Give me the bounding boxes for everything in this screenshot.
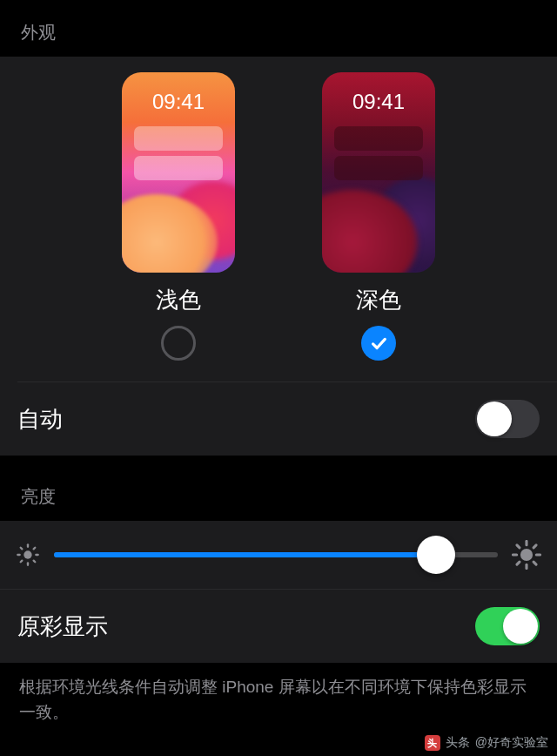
- preview-widget: [134, 156, 223, 180]
- svg-line-16: [517, 562, 520, 564]
- slider-thumb[interactable]: [417, 536, 455, 574]
- watermark: 头 头条 @好奇实验室: [425, 735, 548, 751]
- svg-line-15: [534, 562, 536, 564]
- true-tone-label: 原彩显示: [17, 611, 108, 642]
- toggle-knob: [477, 402, 512, 436]
- appearance-panel: 09:41 浅色 09:41 深色 自动: [0, 57, 557, 456]
- appearance-option-dark[interactable]: 09:41 深色: [322, 72, 435, 361]
- preview-time: 09:41: [322, 90, 435, 114]
- watermark-handle: @好奇实验室: [475, 735, 548, 751]
- svg-line-6: [34, 561, 36, 563]
- checkmark-icon: [369, 334, 388, 353]
- watermark-prefix: 头条: [446, 735, 470, 751]
- svg-line-8: [34, 548, 36, 550]
- brightness-low-icon: [16, 543, 40, 567]
- dark-mode-radio[interactable]: [361, 326, 396, 361]
- svg-point-9: [520, 549, 533, 561]
- preview-widget: [134, 126, 223, 151]
- auto-appearance-toggle[interactable]: [475, 400, 540, 438]
- toggle-knob: [503, 609, 538, 644]
- svg-point-0: [23, 550, 31, 558]
- brightness-high-icon: [512, 540, 541, 570]
- light-mode-radio[interactable]: [161, 326, 196, 361]
- preview-time: 09:41: [122, 90, 235, 114]
- dark-mode-label: 深色: [356, 285, 401, 315]
- auto-appearance-row: 自动: [0, 382, 557, 456]
- brightness-section-header: 亮度: [0, 456, 557, 521]
- auto-appearance-label: 自动: [17, 404, 63, 435]
- brightness-panel: 原彩显示: [0, 521, 557, 663]
- appearance-option-light[interactable]: 09:41 浅色: [122, 72, 235, 361]
- preview-widget: [334, 126, 423, 151]
- svg-line-7: [21, 561, 23, 563]
- brightness-slider-row: [0, 521, 557, 589]
- light-mode-label: 浅色: [156, 285, 201, 315]
- true-tone-row: 原彩显示: [0, 589, 557, 663]
- watermark-logo-icon: 头: [425, 735, 440, 751]
- light-mode-preview: 09:41: [122, 72, 235, 273]
- true-tone-description: 根据环境光线条件自动调整 iPhone 屏幕以在不同环境下保持色彩显示一致。: [0, 663, 557, 733]
- true-tone-toggle[interactable]: [475, 607, 540, 645]
- svg-line-14: [517, 545, 520, 548]
- dark-mode-preview: 09:41: [322, 72, 435, 273]
- slider-track-fill: [54, 552, 436, 557]
- svg-line-17: [534, 545, 536, 548]
- brightness-slider[interactable]: [54, 552, 498, 557]
- appearance-section-header: 外观: [0, 0, 557, 57]
- svg-line-5: [21, 548, 23, 550]
- preview-widget: [334, 156, 423, 180]
- appearance-options-row: 09:41 浅色 09:41 深色: [0, 72, 557, 361]
